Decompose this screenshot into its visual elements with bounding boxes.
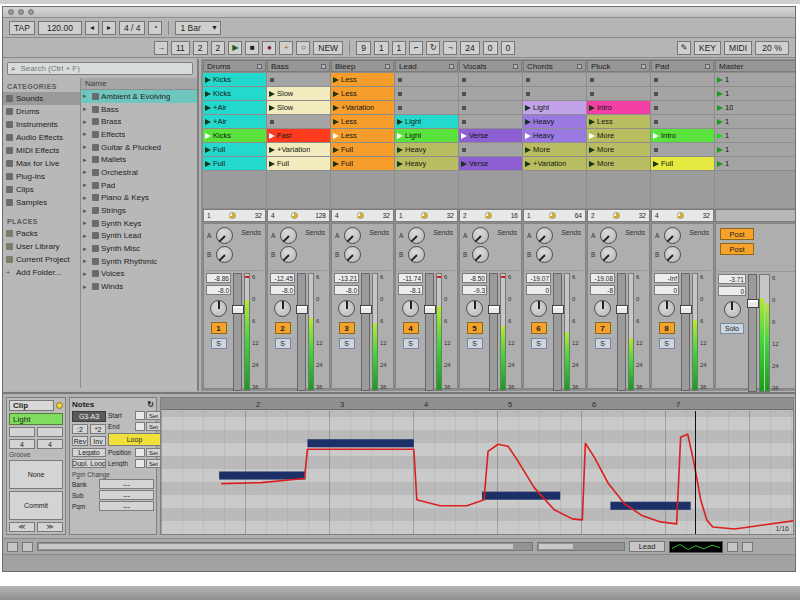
loop-length-16ths[interactable]: 0 xyxy=(501,41,516,55)
pan-knob[interactable] xyxy=(658,300,675,317)
clip-name-field[interactable]: Light xyxy=(9,413,63,425)
sidebar-item-plug-ins[interactable]: Plug-ins xyxy=(3,170,80,183)
track-activator[interactable]: 6 xyxy=(531,322,547,334)
master-track-header[interactable]: Master xyxy=(715,60,796,72)
launch-quantize-chooser[interactable] xyxy=(37,427,63,437)
commit-button[interactable]: Commit xyxy=(9,491,63,520)
send-a-knob[interactable] xyxy=(408,227,425,244)
volume-display[interactable]: -13.21 xyxy=(334,273,359,283)
titlebar[interactable] xyxy=(3,7,795,18)
time-signature-field[interactable]: 4 / 4 xyxy=(119,21,146,35)
empty-clip-slot[interactable] xyxy=(651,101,714,114)
scene-slot[interactable]: 1 xyxy=(715,157,796,170)
double-tempo-button[interactable]: *2 xyxy=(90,424,106,434)
groove-chooser[interactable]: None xyxy=(9,460,63,489)
fader-handle[interactable] xyxy=(296,305,308,314)
sidebar-item-midi-effects[interactable]: MIDI Effects xyxy=(3,144,80,157)
browser-item-brass[interactable]: ▸Brass xyxy=(81,115,197,128)
browser-item-winds[interactable]: ▸Winds xyxy=(81,280,197,293)
empty-clip-slot[interactable] xyxy=(651,87,714,100)
tap-tempo-button[interactable]: TAP xyxy=(9,21,35,35)
volume-fader[interactable] xyxy=(297,273,306,391)
gain-display[interactable]: 0 xyxy=(654,285,679,295)
browser-item-synth-lead[interactable]: ▸Synth Lead xyxy=(81,230,197,243)
refresh-icon[interactable]: ↻ xyxy=(147,401,154,409)
solo-button[interactable]: S xyxy=(339,338,355,349)
sidebar-item-packs[interactable]: Packs xyxy=(3,227,80,240)
volume-fader[interactable] xyxy=(361,273,370,391)
envelope-canvas[interactable]: 1/16 xyxy=(161,411,793,534)
detail-toggle-button[interactable] xyxy=(727,542,738,552)
punch-in-button[interactable]: ⌐ xyxy=(409,41,423,55)
loop-toggle[interactable]: Loop xyxy=(108,433,161,446)
start-value[interactable] xyxy=(135,411,145,420)
record-button[interactable]: ● xyxy=(262,41,276,55)
track-header-chords[interactable]: Chords xyxy=(523,60,586,72)
clip-slot[interactable]: More xyxy=(587,129,650,142)
clip-slot[interactable]: Heavy xyxy=(395,143,458,156)
send-b-post-toggle[interactable]: Post xyxy=(720,243,754,255)
volume-display[interactable]: -3.71 xyxy=(718,274,746,284)
midi-note-editor[interactable]: 234567 1/16 xyxy=(160,397,794,535)
empty-clip-slot[interactable] xyxy=(523,87,586,100)
browser-item-synth-keys[interactable]: ▸Synth Keys xyxy=(81,217,197,230)
solo-button[interactable]: S xyxy=(403,338,419,349)
clip-slot[interactable]: More xyxy=(523,143,586,156)
master-volume-fader[interactable] xyxy=(748,274,757,392)
volume-fader[interactable] xyxy=(233,273,242,391)
loop-switch-button[interactable]: ↻ xyxy=(426,41,440,55)
fader-handle[interactable] xyxy=(488,305,500,314)
send-a-post-toggle[interactable]: Post xyxy=(720,228,754,240)
send-b-knob[interactable] xyxy=(664,246,681,263)
send-b-knob[interactable] xyxy=(344,246,361,263)
launch-mode-chooser[interactable] xyxy=(9,427,35,437)
end-set-button[interactable]: Set xyxy=(146,422,161,431)
empty-clip-slot[interactable] xyxy=(587,87,650,100)
track-activator[interactable]: 7 xyxy=(595,322,611,334)
legato-button[interactable]: Legato xyxy=(72,448,106,457)
track-activator[interactable]: 3 xyxy=(339,322,355,334)
volume-fader[interactable] xyxy=(681,273,690,391)
end-value[interactable] xyxy=(135,422,145,431)
send-a-knob[interactable] xyxy=(344,227,361,244)
clip-slot[interactable]: More xyxy=(587,157,650,170)
volume-display[interactable]: -12.45 xyxy=(270,273,295,283)
length-value[interactable] xyxy=(135,459,145,468)
lead-track-button[interactable]: Lead xyxy=(629,541,665,552)
invert-button[interactable]: Inv xyxy=(90,436,106,446)
fader-handle[interactable] xyxy=(616,305,628,314)
gain-display[interactable]: 0 xyxy=(718,286,746,296)
browser-item-effects[interactable]: ▸Effects xyxy=(81,128,197,141)
zoom-in-button[interactable] xyxy=(22,542,33,552)
start-set-button[interactable]: Set xyxy=(146,411,161,420)
session-record-button[interactable]: ○ xyxy=(296,41,310,55)
volume-display[interactable]: -19.07 xyxy=(526,273,551,283)
sidebar-item-drums[interactable]: Drums xyxy=(3,105,80,118)
clip-slot[interactable]: Verse xyxy=(459,157,522,170)
new-button[interactable]: NEW xyxy=(313,41,343,55)
empty-clip-slot[interactable] xyxy=(459,73,522,86)
gain-display[interactable]: -8.0 xyxy=(270,285,295,295)
volume-display[interactable]: -8.50 xyxy=(462,273,487,283)
clip-slot[interactable]: Full xyxy=(651,157,714,170)
track-activator[interactable]: 4 xyxy=(403,322,419,334)
zoom-out-button[interactable] xyxy=(7,542,18,552)
send-a-knob[interactable] xyxy=(600,227,617,244)
clip-slot[interactable]: Full xyxy=(203,143,266,156)
gain-display[interactable]: -8.0 xyxy=(206,285,231,295)
sidebar-item-instruments[interactable]: Instruments xyxy=(3,118,80,131)
clip-slot[interactable]: Kicks xyxy=(203,73,266,86)
scene-slot[interactable]: 1 xyxy=(715,87,796,100)
browser-item-ambient-evolving[interactable]: ▸Ambient & Evolving xyxy=(81,90,197,103)
send-b-knob[interactable] xyxy=(216,246,233,263)
volume-fader[interactable] xyxy=(617,273,626,391)
send-a-knob[interactable] xyxy=(536,227,553,244)
sidebar-item-current-project[interactable]: Current Project xyxy=(3,253,80,266)
solo-button[interactable]: S xyxy=(531,338,547,349)
arrangement-position-beats[interactable]: 2 xyxy=(193,41,208,55)
nudge-back-button[interactable]: ≪ xyxy=(9,522,35,532)
sidebar-item-clips[interactable]: Clips xyxy=(3,183,80,196)
beat-time-ruler[interactable]: 234567 xyxy=(161,398,793,410)
sidebar-item-user-library[interactable]: User Library xyxy=(3,240,80,253)
clip-slot[interactable]: +Air xyxy=(203,101,266,114)
